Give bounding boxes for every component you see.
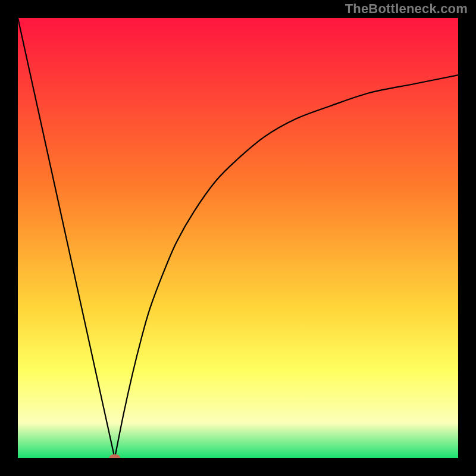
watermark-text: TheBottleneck.com [345,1,468,17]
chart-frame: TheBottleneck.com [0,0,476,476]
plot-area [18,18,458,458]
gradient-background [18,18,458,458]
chart-svg [18,18,458,458]
